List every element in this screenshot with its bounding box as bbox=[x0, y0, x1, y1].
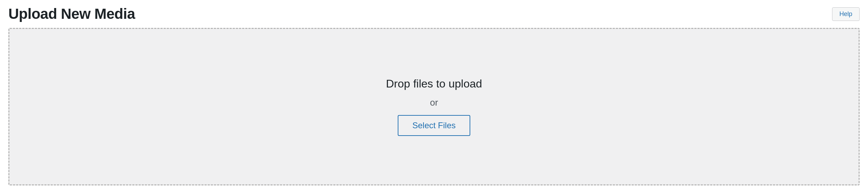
header-row: Upload New Media Help bbox=[8, 6, 860, 22]
page-title: Upload New Media bbox=[8, 6, 135, 22]
select-files-button[interactable]: Select Files bbox=[398, 115, 470, 136]
page-container: Upload New Media Help Drop files to uplo… bbox=[0, 0, 868, 191]
drop-zone-text: Drop files to upload bbox=[386, 77, 482, 90]
drop-zone-or-text: or bbox=[430, 97, 438, 108]
help-button[interactable]: Help bbox=[832, 7, 860, 21]
drop-zone[interactable]: Drop files to upload or Select Files bbox=[8, 28, 860, 185]
